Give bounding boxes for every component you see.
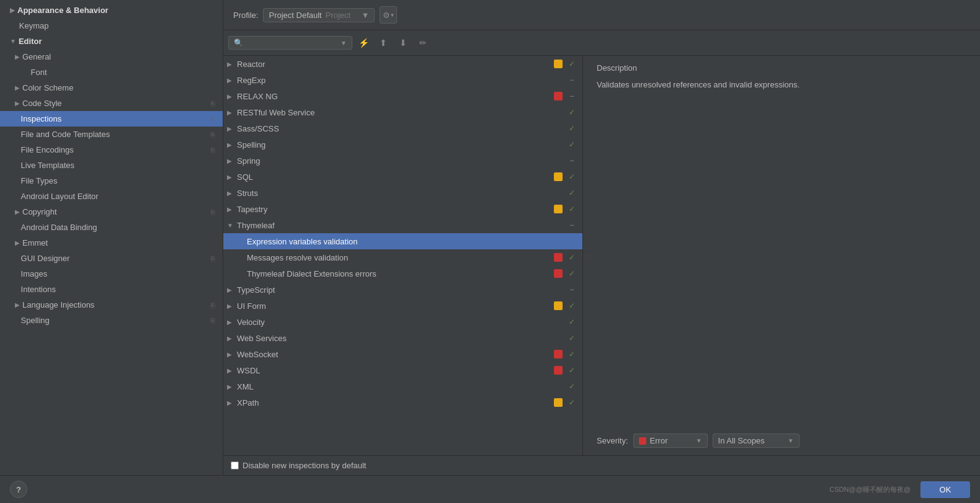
tree-row[interactable]: ▶SQL✓ <box>223 169 582 185</box>
sidebar-item-label: Font <box>31 68 47 77</box>
sidebar-item-intentions[interactable]: Intentions <box>0 282 223 297</box>
check-icon: − <box>565 92 579 100</box>
sidebar-item-color-scheme[interactable]: ▶ Color Scheme <box>0 80 223 96</box>
sidebar-item-label: File Types <box>21 176 58 185</box>
sidebar-item-general[interactable]: ▶ General <box>0 49 223 65</box>
tree-row[interactable]: ▶WSDL✓ <box>223 362 582 378</box>
tree-row-name: RegExp <box>237 76 556 85</box>
tree-row-name: WSDL <box>237 366 554 375</box>
sidebar-item-label: Code Style <box>22 99 62 108</box>
filter-button[interactable]: ⚡ <box>355 34 372 51</box>
tree-row[interactable]: ▼Thymeleaf− <box>223 217 582 233</box>
tree-row[interactable]: Messages resolve validation✓ <box>223 249 582 265</box>
tree-arrow-icon: ▶ <box>227 335 237 342</box>
tree-row[interactable]: ▶UI Form✓ <box>223 298 582 314</box>
ok-button[interactable]: OK <box>920 481 970 498</box>
tree-row[interactable]: ▶Sass/SCSS✓ <box>223 120 582 136</box>
check-icon: − <box>565 221 579 229</box>
tree-row[interactable]: ▶Web Services✓ <box>223 330 582 346</box>
sidebar-item-label: Inspections <box>21 114 62 123</box>
sidebar-item-code-style[interactable]: ▶ Code Style ⎘ <box>0 96 223 111</box>
tree-row-name: RESTful Web Service <box>237 108 556 117</box>
tree-row-name: Tapestry <box>237 205 554 214</box>
sidebar-item-emmet[interactable]: ▶ Emmet <box>0 235 223 251</box>
sidebar-item-editor[interactable]: ▼ Editor <box>0 33 223 49</box>
arrow-icon: ▶ <box>15 53 20 60</box>
collapse-all-button[interactable]: ⬇ <box>394 34 412 51</box>
search-box[interactable]: 🔍 ▼ <box>228 36 352 50</box>
sidebar-item-file-encodings[interactable]: File Encodings ⎘ <box>0 142 223 158</box>
sidebar-item-font[interactable]: Font <box>0 65 223 80</box>
tree-arrow-icon: ▶ <box>227 61 237 68</box>
tree-arrow-icon: ▶ <box>227 303 237 309</box>
check-icon: ✓ <box>565 189 579 197</box>
chevron-down-icon: ▼ <box>696 437 702 444</box>
help-button[interactable]: ? <box>10 481 27 498</box>
tree-arrow-icon: ▶ <box>227 399 237 406</box>
tree-row-name: Spelling <box>237 140 556 149</box>
tree-row[interactable]: ▶RELAX NG− <box>223 88 582 104</box>
tree-row[interactable]: ▶Tapestry✓ <box>223 201 582 217</box>
tree-row-name: RELAX NG <box>237 92 554 101</box>
tree-arrow-icon: ▶ <box>227 367 237 374</box>
sidebar-item-inspections[interactable]: Inspections ⎘ <box>0 111 223 127</box>
arrow-icon <box>15 162 19 169</box>
sidebar-item-android-data[interactable]: Android Data Binding <box>0 220 223 235</box>
tree-arrow-icon: ▶ <box>227 190 237 197</box>
tree-arrow-icon: ▶ <box>227 141 237 148</box>
severity-color-badge <box>554 92 563 100</box>
sidebar-item-android-layout[interactable]: Android Layout Editor <box>0 189 223 204</box>
tree-row-name: Spring <box>237 156 556 166</box>
tree-arrow-icon: ▶ <box>227 93 237 100</box>
sidebar-item-label: General <box>22 52 51 61</box>
arrow-icon <box>15 115 19 122</box>
check-icon: ✓ <box>565 301 579 310</box>
tree-row[interactable]: Expression variables validation <box>223 233 582 249</box>
severity-color-badge <box>554 398 563 407</box>
sidebar-item-images[interactable]: Images <box>0 266 223 282</box>
sidebar-item-copyright[interactable]: ▶ Copyright ⎘ <box>0 204 223 220</box>
tree-row[interactable]: ▶XPath✓ <box>223 394 582 411</box>
tree-row[interactable]: ▶WebSocket✓ <box>223 346 582 362</box>
expand-all-button[interactable]: ⬆ <box>375 34 392 51</box>
sidebar-item-file-templates[interactable]: File and Code Templates ⎘ <box>0 127 223 142</box>
tree-row[interactable]: ▶Velocity✓ <box>223 314 582 330</box>
tree-row[interactable]: ▶XML✓ <box>223 378 582 394</box>
edit-button[interactable]: ✏ <box>414 34 432 51</box>
collapse-all-icon: ⬇ <box>399 38 407 48</box>
sidebar-item-appearance[interactable]: ▶ Appearance & Behavior <box>0 2 223 18</box>
tree-row[interactable]: ▶Spring− <box>223 153 582 169</box>
scope-dropdown[interactable]: In All Scopes ▼ <box>713 434 800 448</box>
sidebar-item-language-injections[interactable]: ▶ Language Injections ⎘ <box>0 297 223 313</box>
tree-row[interactable]: ▶Spelling✓ <box>223 136 582 153</box>
sidebar-item-label: Copyright <box>22 207 57 216</box>
arrow-icon: ▶ <box>10 7 15 14</box>
tree-row[interactable]: ▶TypeScript− <box>223 282 582 298</box>
check-icon: ✓ <box>565 253 579 262</box>
tree-row[interactable]: ▶RegExp− <box>223 72 582 88</box>
tree-arrow-icon: ▶ <box>227 125 237 132</box>
disable-inspections-checkbox-label[interactable]: Disable new inspections by default <box>231 461 366 470</box>
sidebar-item-file-types[interactable]: File Types <box>0 173 223 189</box>
gear-button[interactable]: ⚙ ▼ <box>380 6 397 24</box>
severity-dropdown[interactable]: Error ▼ <box>633 434 708 448</box>
check-icon: ✓ <box>565 398 579 407</box>
tree-row[interactable]: ▶RESTful Web Service✓ <box>223 104 582 120</box>
toolbar-area: 🔍 ▼ ⚡ ⬆ ⬇ ✏ <box>223 30 980 56</box>
tree-row-name: Sass/SCSS <box>237 124 556 133</box>
copy-icon: ⎘ <box>211 115 215 123</box>
profile-dropdown[interactable]: Project Default Project ▼ <box>263 8 375 22</box>
arrow-icon: ▶ <box>15 301 20 308</box>
tree-row[interactable]: ▶Struts✓ <box>223 185 582 201</box>
sidebar-item-keymap[interactable]: Keymap <box>0 18 223 33</box>
check-icon: ✓ <box>565 366 579 375</box>
sidebar-item-live-templates[interactable]: Live Templates <box>0 158 223 173</box>
sidebar-item-spelling[interactable]: Spelling ⎘ <box>0 313 223 328</box>
tree-row[interactable]: Thymeleaf Dialect Extensions errors✓ <box>223 265 582 282</box>
tree-row-name: Struts <box>237 189 556 198</box>
dropdown-arrow-icon: ▼ <box>390 12 395 18</box>
sidebar-item-gui-designer[interactable]: GUI Designer ⎘ <box>0 251 223 266</box>
disable-inspections-checkbox[interactable] <box>231 461 239 470</box>
tree-row[interactable]: ▶Reactor✓ <box>223 56 582 72</box>
search-input[interactable] <box>246 38 338 47</box>
